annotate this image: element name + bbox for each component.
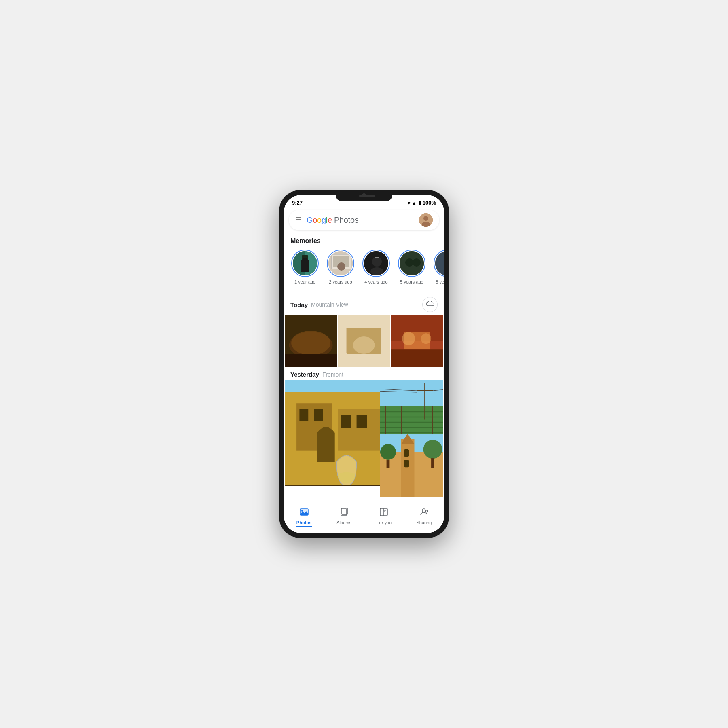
logo-o2: o bbox=[317, 216, 322, 224]
for-you-icon bbox=[379, 507, 389, 519]
logo-e: e bbox=[328, 216, 332, 224]
svg-rect-62 bbox=[401, 439, 415, 497]
svg-rect-39 bbox=[341, 415, 351, 428]
today-location: Mountain View bbox=[311, 301, 348, 308]
phone-screen: 9:27 ▾ ▲ ▮ 100% ☰ Google Photos bbox=[284, 195, 444, 533]
memory-item-2[interactable]: 2 years ago bbox=[326, 250, 355, 284]
memory-label-4: 5 years ago bbox=[400, 279, 423, 284]
svg-rect-14 bbox=[375, 257, 379, 258]
memory-circle-inner-5 bbox=[435, 251, 444, 275]
yesterday-photo-small-2[interactable] bbox=[380, 434, 443, 497]
svg-rect-22 bbox=[285, 354, 337, 367]
nav-item-sharing[interactable]: Sharing bbox=[404, 506, 444, 527]
photos-icon bbox=[299, 507, 309, 519]
photos-active-indicator bbox=[296, 526, 312, 527]
today-date-text: Today Mountain View bbox=[290, 301, 348, 308]
nav-foryou-wrap: For you bbox=[377, 507, 392, 525]
avatar[interactable] bbox=[419, 213, 433, 227]
logo-g: G bbox=[307, 216, 313, 224]
battery-icon: ▮ bbox=[418, 200, 421, 206]
svg-rect-29 bbox=[391, 349, 443, 367]
memory-item-1[interactable]: 1 year ago bbox=[290, 250, 320, 284]
memory-label-5: 8 years ago bbox=[436, 279, 444, 284]
svg-rect-64 bbox=[404, 449, 409, 457]
memory-photo-3 bbox=[364, 251, 388, 275]
menu-icon[interactable]: ☰ bbox=[295, 216, 302, 224]
memory-circle-inner-2 bbox=[328, 251, 353, 275]
albums-label: Albums bbox=[336, 520, 351, 525]
sharing-icon bbox=[419, 507, 429, 519]
svg-rect-36 bbox=[317, 433, 335, 462]
logo-photos: Photos bbox=[332, 216, 359, 224]
memories-title: Memories bbox=[284, 233, 444, 248]
today-photo-1[interactable] bbox=[285, 315, 337, 367]
svg-point-12 bbox=[372, 257, 382, 267]
svg-rect-18 bbox=[435, 251, 444, 275]
memory-circle-4 bbox=[398, 250, 425, 277]
svg-rect-5 bbox=[302, 255, 308, 271]
memory-circle-5 bbox=[434, 250, 444, 277]
nav-item-for-you[interactable]: For you bbox=[364, 506, 404, 527]
app-logo: Google Photos bbox=[307, 216, 419, 225]
memory-item-5[interactable]: 8 years ago bbox=[433, 250, 444, 284]
logo-o1: o bbox=[313, 216, 317, 224]
yesterday-label: Yesterday bbox=[290, 371, 319, 378]
today-header: Today Mountain View bbox=[284, 293, 444, 315]
memory-label-1: 1 year ago bbox=[294, 279, 315, 284]
svg-rect-69 bbox=[431, 458, 434, 468]
yesterday-location: Fremont bbox=[322, 371, 343, 378]
phone-speaker bbox=[359, 195, 375, 197]
today-photo-3[interactable] bbox=[391, 315, 443, 367]
svg-rect-38 bbox=[314, 409, 323, 421]
memory-item-3[interactable]: 4 years ago bbox=[362, 250, 391, 284]
svg-point-16 bbox=[405, 258, 413, 267]
wifi-icon: ▾ bbox=[408, 200, 410, 206]
svg-point-1 bbox=[423, 216, 428, 221]
scroll-content[interactable]: Memories bbox=[284, 233, 444, 502]
svg-point-17 bbox=[413, 258, 421, 267]
logo-g2: g bbox=[322, 216, 326, 224]
signal-icon: ▲ bbox=[412, 200, 417, 206]
svg-point-13 bbox=[370, 267, 383, 275]
svg-point-73 bbox=[301, 510, 303, 512]
memory-circle-3 bbox=[362, 250, 390, 277]
memory-photo-4 bbox=[400, 251, 424, 275]
for-you-label: For you bbox=[377, 520, 392, 525]
yesterday-photo-large[interactable] bbox=[285, 380, 391, 486]
svg-rect-67 bbox=[387, 460, 390, 468]
today-label: Today bbox=[290, 301, 308, 308]
nav-item-photos[interactable]: Photos bbox=[284, 506, 324, 527]
battery-level: 100% bbox=[423, 200, 436, 206]
memory-circle-2 bbox=[327, 250, 354, 277]
nav-sharing-wrap: Sharing bbox=[417, 507, 432, 525]
memory-circle-inner-4 bbox=[400, 251, 424, 275]
memory-label-3: 4 years ago bbox=[364, 279, 387, 284]
svg-point-6 bbox=[302, 258, 308, 265]
cloud-backup-button[interactable] bbox=[422, 297, 438, 312]
svg-point-78 bbox=[422, 509, 425, 512]
photos-label: Photos bbox=[296, 520, 311, 525]
memory-circle-1 bbox=[291, 250, 319, 277]
today-photo-2[interactable] bbox=[338, 315, 390, 367]
svg-rect-65 bbox=[404, 460, 409, 467]
memories-row: 1 year ago bbox=[284, 248, 444, 289]
section-divider-1 bbox=[284, 291, 444, 291]
svg-rect-37 bbox=[299, 409, 308, 421]
nav-albums-wrap: Albums bbox=[336, 507, 351, 525]
svg-rect-4 bbox=[293, 251, 305, 275]
memory-item-4[interactable]: 5 years ago bbox=[397, 250, 426, 284]
yesterday-photo-grid bbox=[284, 380, 444, 487]
cloud-icon bbox=[426, 301, 434, 309]
nav-photos-wrap: Photos bbox=[296, 507, 311, 525]
memory-photo-2 bbox=[328, 251, 353, 275]
memory-circle-inner-1 bbox=[293, 251, 317, 275]
yesterday-header: Yesterday Fremont bbox=[284, 367, 444, 380]
memory-photo-5 bbox=[435, 251, 444, 275]
avatar-image bbox=[419, 213, 433, 227]
svg-point-30 bbox=[402, 332, 415, 345]
svg-point-79 bbox=[426, 510, 428, 512]
albums-icon bbox=[339, 507, 349, 519]
today-photo-grid bbox=[284, 315, 444, 367]
nav-item-albums[interactable]: Albums bbox=[324, 506, 364, 527]
memory-label-2: 2 years ago bbox=[329, 279, 352, 284]
